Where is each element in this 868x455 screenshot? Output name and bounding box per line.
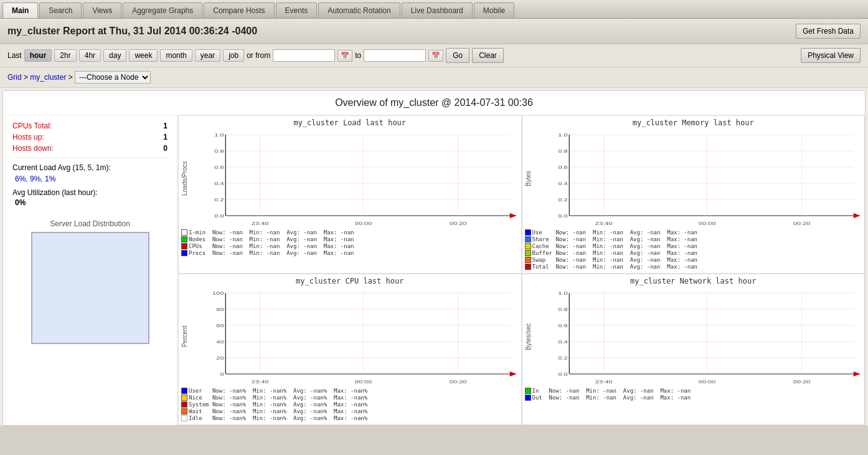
svg-text:0.8: 0.8 xyxy=(558,307,567,312)
svg-text:40: 40 xyxy=(216,339,224,345)
from-date-input[interactable] xyxy=(273,49,335,62)
svg-text:00:00: 00:00 xyxy=(355,379,372,385)
tab-search[interactable]: Search xyxy=(39,2,82,18)
breadcrumb: Grid > my_cluster > ---Choose a Node xyxy=(0,67,868,88)
load-chart-legend: 1-min Now: -nan Min: -nan Avg: -nan Max:… xyxy=(181,229,519,256)
load-chart-svg: 1.0 0.8 0.6 0.4 0.2 0.0 xyxy=(191,128,519,228)
tab-events[interactable]: Events xyxy=(276,2,318,18)
header-bar: my_cluster Report at Thu, 31 Jul 2014 00… xyxy=(0,19,868,44)
network-chart-title: my_cluster Network last hour xyxy=(525,277,862,285)
svg-text:0.6: 0.6 xyxy=(558,323,567,328)
from-calendar-button[interactable]: 📅 xyxy=(337,50,352,62)
server-load-section: Server Load Distribution xyxy=(12,219,167,344)
time-btn-week[interactable]: week xyxy=(129,49,158,62)
last-label: Last xyxy=(7,51,22,60)
time-controls: Last hour 2hr 4hr day week month year jo… xyxy=(0,44,868,67)
svg-text:0.2: 0.2 xyxy=(558,197,567,203)
go-button[interactable]: Go xyxy=(446,48,469,63)
cpus-total-value: 1 xyxy=(163,122,167,130)
or-from-label: or from xyxy=(247,51,270,60)
time-btn-day[interactable]: day xyxy=(103,49,126,62)
tab-compare-hosts[interactable]: Compare Hosts xyxy=(204,2,274,18)
svg-marker-36 xyxy=(853,213,860,218)
time-btn-job[interactable]: job xyxy=(223,49,244,62)
memory-chart-svg: 1.0 0.8 0.6 0.4 0.2 0.0 23:40 00:00 xyxy=(535,128,862,228)
svg-text:1.0: 1.0 xyxy=(558,290,567,296)
svg-text:1.0: 1.0 xyxy=(558,132,567,138)
memory-chart-panel: my_cluster Memory last hour Bytes xyxy=(522,115,866,274)
tab-main[interactable]: Main xyxy=(2,2,38,18)
svg-text:0.0: 0.0 xyxy=(214,213,224,219)
node-chooser-select[interactable]: ---Choose a Node xyxy=(75,71,151,84)
body-area: Overview of my_cluster @ 2014-07-31 00:3… xyxy=(2,90,866,426)
breadcrumb-grid-link[interactable]: Grid xyxy=(7,73,22,82)
network-chart-panel: my_cluster Network last hour Bytes/sec xyxy=(522,274,866,425)
svg-text:80: 80 xyxy=(216,307,224,312)
svg-text:00:00: 00:00 xyxy=(698,379,715,385)
load-ylabel: Loads/Procs xyxy=(181,128,191,228)
tab-automatic-rotation[interactable]: Automatic Rotation xyxy=(318,2,400,18)
time-btn-4hr[interactable]: 4hr xyxy=(79,49,101,62)
svg-text:0.4: 0.4 xyxy=(558,181,568,186)
hosts-up-row: Hosts up: 1 xyxy=(12,133,167,141)
network-chart-svg: 1.0 0.8 0.6 0.4 0.2 0.0 23:40 00:00 xyxy=(535,287,862,386)
svg-text:23:40: 23:40 xyxy=(595,379,612,385)
tab-mobile[interactable]: Mobile xyxy=(474,2,514,18)
clear-button[interactable]: Clear xyxy=(472,48,504,63)
page-title: my_cluster Report at Thu, 31 Jul 2014 00… xyxy=(7,26,257,37)
time-btn-2hr[interactable]: 2hr xyxy=(54,49,76,62)
hosts-down-label: Hosts down: xyxy=(12,144,54,153)
load-avg-label: Current Load Avg (15, 5, 1m): xyxy=(12,163,167,172)
main-content: my_cluster Report at Thu, 31 Jul 2014 00… xyxy=(0,19,868,426)
to-date-input[interactable] xyxy=(364,49,426,62)
load-avg-value: 6%, 9%, 1% xyxy=(15,175,167,183)
tab-aggregate-graphs[interactable]: Aggregate Graphs xyxy=(123,2,202,18)
server-load-title: Server Load Distribution xyxy=(12,219,167,228)
charts-area: my_cluster Load last hour Loads/Procs xyxy=(177,115,865,425)
svg-text:0.6: 0.6 xyxy=(214,165,224,170)
hosts-up-label: Hosts up: xyxy=(12,133,44,141)
svg-text:0: 0 xyxy=(220,371,224,377)
svg-text:00:00: 00:00 xyxy=(355,221,372,226)
svg-text:0.8: 0.8 xyxy=(558,148,567,154)
breadcrumb-cluster-link[interactable]: my_cluster xyxy=(30,73,66,82)
svg-text:00:20: 00:20 xyxy=(793,221,810,226)
svg-text:1.0: 1.0 xyxy=(214,132,224,138)
svg-marker-14 xyxy=(510,213,517,218)
svg-text:100: 100 xyxy=(212,290,224,296)
svg-text:0.6: 0.6 xyxy=(558,165,567,170)
svg-text:0.0: 0.0 xyxy=(558,213,567,219)
to-calendar-button[interactable]: 📅 xyxy=(428,50,443,62)
svg-text:00:20: 00:20 xyxy=(450,379,467,385)
svg-text:0.2: 0.2 xyxy=(214,197,224,203)
physical-view-button[interactable]: Physical View xyxy=(801,48,861,63)
network-chart-legend: In Now: -nan Min: -nan Avg: -nan Max: -n… xyxy=(525,388,862,401)
svg-marker-80 xyxy=(853,371,860,376)
svg-text:0.0: 0.0 xyxy=(558,371,567,377)
load-chart-title: my_cluster Load last hour xyxy=(181,118,519,127)
svg-text:00:20: 00:20 xyxy=(793,379,810,385)
time-btn-month[interactable]: month xyxy=(160,49,192,62)
cpu-ylabel: Percent xyxy=(181,287,191,386)
svg-text:0.8: 0.8 xyxy=(214,148,224,154)
time-btn-hour[interactable]: hour xyxy=(24,49,52,62)
svg-text:0.2: 0.2 xyxy=(558,355,567,361)
content-layout: CPUs Total: 1 Hosts up: 1 Hosts down: 0 … xyxy=(3,115,865,425)
cpu-chart-panel: my_cluster CPU last hour Percent xyxy=(178,274,522,425)
tab-live-dashboard[interactable]: Live Dashboard xyxy=(402,2,473,18)
get-fresh-data-button[interactable]: Get Fresh Data xyxy=(796,24,861,39)
util-label: Avg Utilization (last hour): xyxy=(12,188,167,197)
svg-text:0.4: 0.4 xyxy=(214,181,224,186)
cpus-total-label: CPUs Total: xyxy=(12,122,52,130)
svg-text:23:40: 23:40 xyxy=(252,221,269,226)
svg-text:23:40: 23:40 xyxy=(595,221,612,226)
tab-bar: Main Search Views Aggregate Graphs Compa… xyxy=(0,0,868,19)
memory-ylabel: Bytes xyxy=(525,128,535,228)
cpu-chart-title: my_cluster CPU last hour xyxy=(181,277,519,285)
cpu-chart-legend: User Now: -nan% Min: -nan% Avg: -nan% Ma… xyxy=(181,388,519,421)
time-btn-year[interactable]: year xyxy=(195,49,220,62)
svg-marker-58 xyxy=(510,371,517,376)
hosts-down-value: 0 xyxy=(163,144,167,153)
memory-chart-title: my_cluster Memory last hour xyxy=(525,118,862,127)
tab-views[interactable]: Views xyxy=(83,2,121,18)
